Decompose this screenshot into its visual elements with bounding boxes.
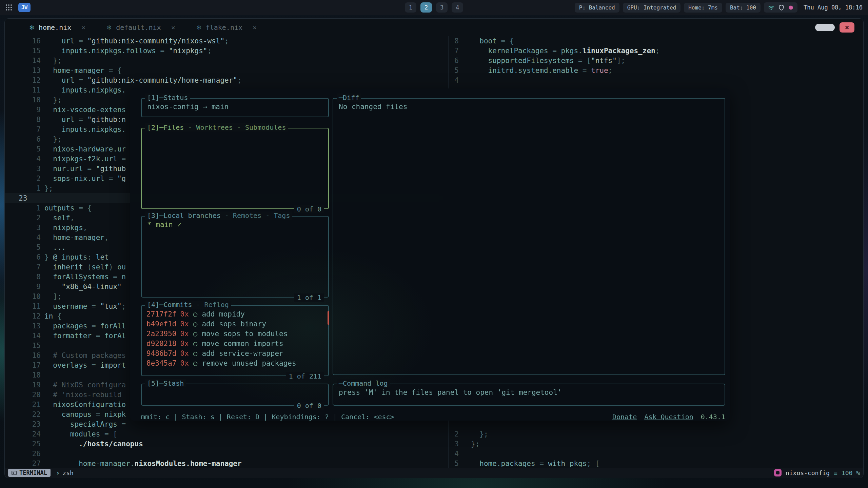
workspace-button-4[interactable]: 4 <box>452 2 463 13</box>
lazygit-links: Donate Ask Question 0.43.1 <box>612 413 725 421</box>
line-number: 2 <box>5 175 44 183</box>
code-text: forAllSystems = n <box>44 273 126 281</box>
code-line: 26 <box>5 449 448 459</box>
code-text: inputs.nixpkgs.follows = "nixpkgs"; <box>44 47 212 55</box>
line-number: 5 <box>5 145 44 153</box>
line-number: 7 <box>449 47 459 55</box>
lazygit-stash-panel[interactable]: [5]─Stash 0 of 0 <box>141 384 329 406</box>
top-bar: JW 1234 P: BalancedGPU: IntegratedHome: … <box>0 0 868 15</box>
code-text: nixos-hardware.ur <box>44 145 126 153</box>
lazygit-files-panel[interactable]: [2]─Files - Worktrees - Submodules 0 of … <box>141 128 329 209</box>
code-text: overlays = import <box>44 361 126 369</box>
network-icon[interactable] <box>768 5 774 10</box>
code-text: ./hosts/canopus <box>44 440 143 448</box>
session-icon <box>774 469 782 476</box>
code-text: ]; <box>44 292 62 301</box>
line-number: 7 <box>5 263 44 271</box>
code-text: nur.url = "github <box>44 165 126 173</box>
code-text: canopus = nixpk <box>44 410 126 419</box>
code-line: 24 modules = [ <box>5 429 448 439</box>
code-text: kernelPackages = pkgs.linuxPackages_zen; <box>459 47 659 55</box>
shell-tab[interactable]: › zsh <box>56 469 74 476</box>
commit-flag: 0x <box>180 349 189 358</box>
keybind-hints: mmit: c | Stash: s | Reset: D | Keybindi… <box>141 413 394 421</box>
donate-link[interactable]: Donate <box>612 413 637 421</box>
topbar-module: Bat: 100 <box>726 3 761 13</box>
line-number: 13 <box>5 66 44 75</box>
panel-subtitle: - Remotes - Tags <box>221 211 290 220</box>
panel-key: [1] <box>147 94 159 102</box>
session-name: nixos-config <box>786 469 830 476</box>
commit-row[interactable]: 9486b7d0x○add service-wrapper <box>146 348 323 358</box>
code-line: 5 home.packages = with pkgs; [ <box>449 459 863 468</box>
line-number: 3 <box>5 224 44 232</box>
commits-scrollbar[interactable] <box>328 311 329 325</box>
code-text: ... <box>44 243 66 251</box>
ask-question-link[interactable]: Ask Question <box>644 413 693 421</box>
workspace-button-2[interactable]: 2 <box>420 2 432 13</box>
line-number: 4 <box>5 155 44 163</box>
commit-bullet-icon: ○ <box>193 359 198 367</box>
lazygit-command-log-panel[interactable]: ─Command log press 'M' in the files pane… <box>333 384 725 406</box>
shield-icon[interactable] <box>779 5 784 11</box>
scroll-percentage: 100 % <box>842 469 860 476</box>
tab-close-icon[interactable]: × <box>81 23 85 32</box>
tab-home.nix[interactable]: ❄home.nix× <box>26 23 89 32</box>
panel-key: [2] <box>147 123 159 131</box>
commit-flag: 0x <box>180 330 189 338</box>
code-text: home-manager.nixosModules.home-manager <box>44 460 242 468</box>
version-label: 0.43.1 <box>701 413 725 421</box>
commit-row[interactable]: b49ef1d0x○add sops binary <box>146 319 323 329</box>
line-number: 15 <box>5 47 44 55</box>
code-text: in { <box>44 312 62 320</box>
line-number: 23 <box>5 420 44 428</box>
workspace-button-3[interactable]: 3 <box>436 2 448 13</box>
commit-flag: 0x <box>180 359 189 367</box>
line-number: 1 <box>5 184 44 192</box>
commit-row[interactable]: 8e345a70x○remove unused packages <box>146 358 323 368</box>
tab-flake.nix[interactable]: ❄flake.nix× <box>193 23 260 32</box>
tab-close-icon[interactable]: × <box>253 23 257 32</box>
tab-label: default.nix <box>116 23 161 32</box>
nix-snowflake-icon: ❄ <box>29 24 35 31</box>
color-icon[interactable] <box>788 5 793 10</box>
line-number: 21 <box>5 401 44 409</box>
lazygit-diff-panel[interactable]: ─Diff No changed files <box>333 98 725 375</box>
line-number: 13 <box>5 322 44 330</box>
command-log-text: press 'M' in the files panel to open 'gi… <box>333 384 725 401</box>
lazygit-status-panel[interactable]: [1]─Status nixos-config → main <box>141 98 329 117</box>
panel-key: [5] <box>147 379 159 387</box>
commits-count: 1 of 211 <box>286 372 324 380</box>
code-text: }; <box>44 57 62 65</box>
tab-default.nix[interactable]: ❄default.nix× <box>103 23 178 32</box>
code-line: 12 url = "github:nix-community/home-mana… <box>5 75 448 85</box>
line-number: 8 <box>449 37 459 45</box>
workspace-button-1[interactable]: 1 <box>405 2 416 13</box>
code-line: 5 initrd.systemd.enable = true; <box>449 65 863 75</box>
mode-label: TERMINAL <box>19 469 47 476</box>
shell-icon: › <box>56 469 60 476</box>
line-number: 20 <box>5 391 44 399</box>
logo-badge[interactable]: JW <box>18 3 31 12</box>
window-close-button[interactable]: × <box>840 22 854 33</box>
lazygit-branches-panel[interactable]: [3]─Local branches - Remotes - Tags * ma… <box>141 216 329 298</box>
commit-row[interactable]: 2a239500x○move sops to modules <box>146 329 323 339</box>
commit-row[interactable]: 2717f2f0x○add mopidy <box>146 309 323 319</box>
commit-message: add sops binary <box>202 320 266 328</box>
line-number: 11 <box>5 302 44 310</box>
app-grid-icon[interactable] <box>5 4 12 11</box>
topbar-icon-cluster <box>764 2 797 13</box>
lazygit-commits-panel[interactable]: [4]─Commits - Reflog 2717f2f0x○add mopid… <box>141 305 329 376</box>
commit-message: add service-wrapper <box>202 349 283 358</box>
tab-close-icon[interactable]: × <box>171 23 175 32</box>
commit-row[interactable]: d9202180x○move common imports <box>146 339 323 348</box>
tab-bar: ❄home.nix×❄default.nix×❄flake.nix× × <box>5 19 863 36</box>
code-text: specialArgs = <box>44 420 126 428</box>
line-number: 9 <box>5 106 44 114</box>
code-line: 6 supportedFilesystems = ["ntfs"]; <box>449 56 863 65</box>
line-number: 14 <box>5 57 44 65</box>
code-text: nixpkgs-f2k.url = <box>44 155 126 163</box>
code-text: # NixOS configura <box>44 381 126 389</box>
window-pill-button[interactable] <box>815 24 835 31</box>
topbar-module: P: Balanced <box>575 3 619 13</box>
